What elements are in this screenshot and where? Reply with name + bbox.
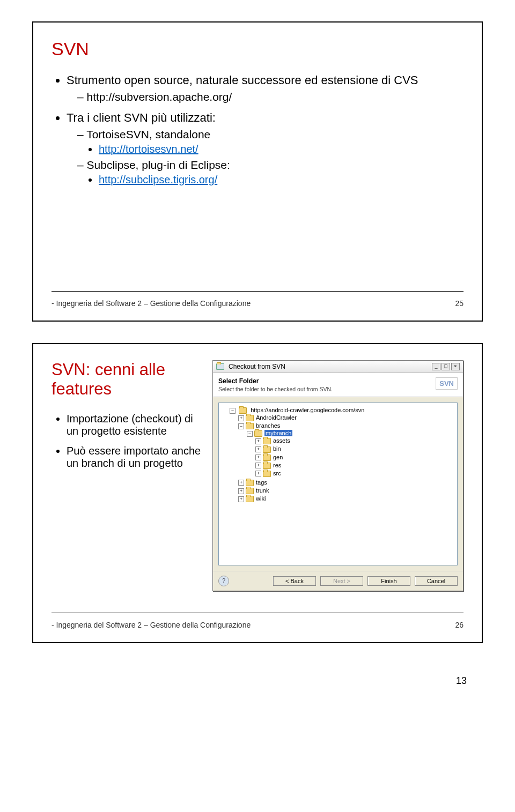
tree-node[interactable]: +gen bbox=[255, 453, 455, 461]
slide-svn-features: SVN: cenni alle features Importazione (c… bbox=[32, 343, 483, 643]
expand-icon[interactable]: + bbox=[255, 463, 261, 468]
footer-text: - Ingegneria del Software 2 – Gestione d… bbox=[52, 621, 251, 629]
folder-icon bbox=[239, 407, 247, 414]
slide-number: 25 bbox=[455, 299, 464, 308]
collapse-icon[interactable]: − bbox=[230, 408, 236, 414]
link-tortoise[interactable]: http://tortoisesvn.net/ bbox=[99, 143, 198, 155]
dialog-button-row: ? < Back Next > Finish Cancel bbox=[213, 571, 463, 591]
expand-icon[interactable]: + bbox=[255, 446, 261, 452]
folder-icon bbox=[246, 423, 254, 429]
sub-sub-bullet: http://tortoisesvn.net/ bbox=[99, 143, 464, 155]
close-icon[interactable]: × bbox=[451, 363, 460, 370]
tree-node[interactable]: −branches −mybranch +assets +bin +gen bbox=[238, 422, 455, 479]
folder-icon bbox=[246, 415, 254, 421]
expand-icon[interactable]: + bbox=[238, 415, 244, 421]
tree-node[interactable]: +bin bbox=[255, 445, 455, 453]
checkout-dialog: Checkout from SVN _ □ × Select Folder Se… bbox=[212, 360, 464, 591]
folder-icon bbox=[263, 471, 271, 477]
link-subversion[interactable]: http://subversion.apache.org/ bbox=[87, 91, 232, 103]
footer-divider bbox=[52, 291, 464, 292]
expand-icon[interactable]: + bbox=[255, 438, 261, 444]
tree-node[interactable]: +tags bbox=[238, 479, 455, 487]
slide-title: SVN: cenni alle features bbox=[52, 360, 207, 399]
sub-bullet: http://subversion.apache.org/ bbox=[77, 91, 464, 103]
sub-bullet: TortoiseSVN, standalone http://tortoises… bbox=[77, 128, 464, 155]
tree-node[interactable]: +wiki bbox=[238, 495, 455, 503]
bullet-text: Strumento open source, naturale successo… bbox=[67, 73, 418, 87]
expand-icon[interactable]: + bbox=[255, 471, 261, 476]
slide-title: SVN bbox=[52, 39, 464, 59]
dialog-titlebar: Checkout from SVN _ □ × bbox=[213, 361, 463, 373]
folder-icon bbox=[254, 430, 262, 437]
bullet-item: Tra i client SVN più utilizzati: Tortois… bbox=[67, 111, 464, 186]
slide-footer: - Ingegneria del Software 2 – Gestione d… bbox=[52, 299, 464, 308]
expand-icon[interactable]: + bbox=[238, 480, 244, 486]
expand-icon[interactable]: + bbox=[238, 488, 244, 494]
folder-icon bbox=[263, 463, 271, 469]
bullet-text: Tra i client SVN più utilizzati: bbox=[67, 111, 216, 124]
folder-icon bbox=[246, 496, 254, 502]
link-subclipse[interactable]: http://subclipse.tigris.org/ bbox=[99, 174, 217, 185]
tree-root[interactable]: − https://android-crawler.googlecode.com… bbox=[230, 406, 455, 503]
tree-node[interactable]: +trunk bbox=[238, 487, 455, 495]
dialog-title: Checkout from SVN bbox=[229, 363, 285, 370]
folder-icon bbox=[246, 488, 254, 494]
finish-button[interactable]: Finish bbox=[367, 576, 410, 586]
slide-footer: - Ingegneria del Software 2 – Gestione d… bbox=[52, 621, 464, 629]
folder-tree[interactable]: − https://android-crawler.googlecode.com… bbox=[218, 403, 458, 565]
footer-text: - Ingegneria del Software 2 – Gestione d… bbox=[52, 299, 251, 308]
back-button[interactable]: < Back bbox=[273, 576, 316, 586]
tree-node[interactable]: +assets bbox=[255, 437, 455, 445]
folder-icon bbox=[263, 455, 271, 461]
tree-node-selected[interactable]: −mybranch +assets +bin +gen +res bbox=[247, 429, 455, 478]
next-button[interactable]: Next > bbox=[320, 576, 363, 586]
expand-icon[interactable]: + bbox=[238, 496, 244, 502]
collapse-icon[interactable]: − bbox=[247, 431, 253, 437]
dialog-icon bbox=[216, 363, 224, 370]
bullet-item: Importazione (checkout) di un progetto e… bbox=[67, 413, 207, 437]
tree-node[interactable]: +AndroidCrawler bbox=[238, 414, 455, 422]
bullet-list: Strumento open source, naturale successo… bbox=[52, 73, 464, 186]
slide-svn: SVN Strumento open source, naturale succ… bbox=[32, 21, 483, 322]
dialog-header: Select Folder Select the folder to be ch… bbox=[213, 373, 463, 397]
footer-divider bbox=[52, 613, 464, 613]
folder-icon bbox=[263, 438, 271, 444]
svn-logo: SVN bbox=[436, 377, 458, 390]
page-number: 13 bbox=[32, 665, 483, 687]
collapse-icon[interactable]: − bbox=[238, 423, 244, 429]
folder-icon bbox=[263, 446, 271, 453]
dialog-subheading: Select the folder to be checked out from… bbox=[218, 386, 333, 392]
bullet-list: Importazione (checkout) di un progetto e… bbox=[52, 413, 207, 470]
slide-number: 26 bbox=[455, 621, 464, 629]
minimize-icon[interactable]: _ bbox=[432, 363, 440, 370]
cancel-button[interactable]: Cancel bbox=[415, 576, 458, 586]
help-icon[interactable]: ? bbox=[218, 576, 229, 586]
dialog-heading: Select Folder bbox=[218, 377, 259, 385]
maximize-icon[interactable]: □ bbox=[442, 363, 450, 370]
bullet-item: Può essere importato anche un branch di … bbox=[67, 445, 207, 470]
tree-node[interactable]: +src bbox=[255, 470, 455, 478]
sub-sub-bullet: http://subclipse.tigris.org/ bbox=[99, 174, 464, 186]
tree-root-label: https://android-crawler.googlecode.com/s… bbox=[251, 407, 364, 413]
tree-node[interactable]: +res bbox=[255, 461, 455, 470]
folder-icon bbox=[246, 480, 254, 486]
expand-icon[interactable]: + bbox=[255, 455, 261, 460]
sub-bullet: Subclipse, plug-in di Eclipse: http://su… bbox=[77, 159, 464, 186]
bullet-item: Strumento open source, naturale successo… bbox=[67, 73, 464, 103]
